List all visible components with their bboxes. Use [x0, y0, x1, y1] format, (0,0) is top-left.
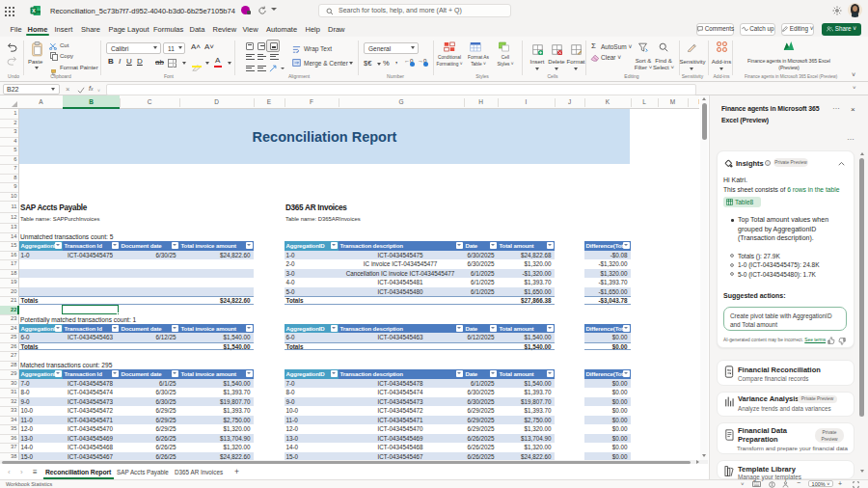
- svg-text:X: X: [32, 8, 36, 14]
